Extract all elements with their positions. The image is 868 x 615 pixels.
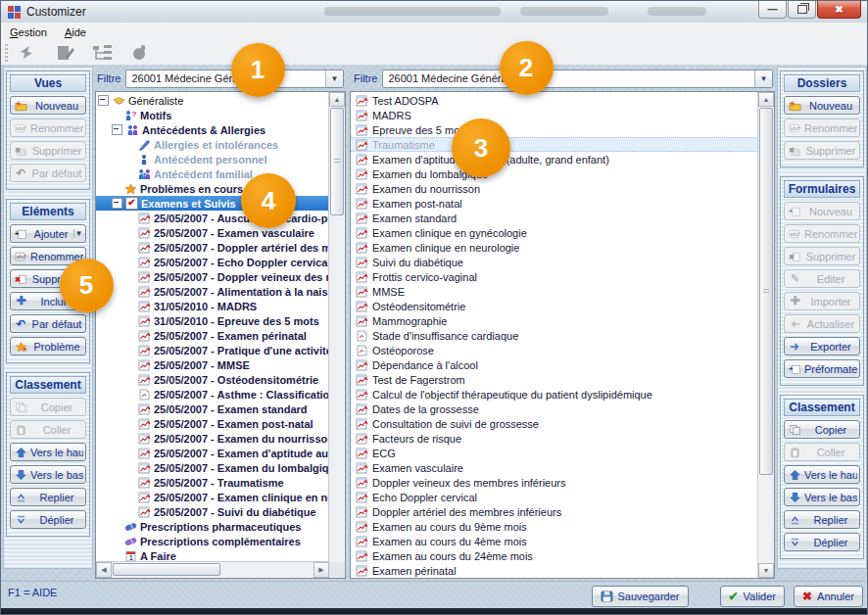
tree-item[interactable]: 25/05/2007 - Doppler veineux des mem	[96, 269, 329, 284]
tree-item[interactable]: Prescriptions complémentaires	[96, 534, 329, 548]
vers-le-bas-button[interactable]: Vers le bas	[10, 465, 86, 484]
list-item[interactable]: Examen du lombalgique	[351, 166, 758, 181]
list-item[interactable]: Calcul de l'objectif thérapeutique du pa…	[351, 387, 758, 402]
tree-item[interactable]: 25/05/2007 - Examen clinique en neurol	[96, 490, 329, 504]
tree-item[interactable]: 25/05/2007 - Examen périnatal	[96, 328, 329, 343]
expander-minus-icon[interactable]	[112, 124, 122, 135]
list-item[interactable]: Examen post-natal	[351, 196, 758, 211]
editer-button[interactable]: ✎Editer	[784, 269, 860, 288]
list-item[interactable]: Examen vasculaire	[351, 460, 758, 475]
renommer-button[interactable]: abcRenommer	[784, 224, 860, 243]
list-item[interactable]: Echo Doppler cervical	[351, 490, 758, 504]
undo-icon[interactable]	[14, 43, 43, 63]
menu-item-gestion[interactable]: Gestion	[1, 24, 56, 40]
nouveau-button[interactable]: ★Nouveau	[784, 96, 860, 115]
tree-item[interactable]: 25/05/2007 - Examen du nourrisson	[96, 431, 329, 446]
minimize-button[interactable]: —	[758, 1, 787, 19]
restore-button[interactable]	[788, 1, 816, 19]
valider-button[interactable]: ✔Valider	[720, 586, 786, 607]
par-d-faut-button[interactable]: ↶Par défaut	[10, 164, 86, 182]
list-item[interactable]: Dates de la grossesse	[351, 402, 758, 416]
list-item[interactable]: Examen clinique en neurologie	[351, 240, 758, 255]
vers-le-bas-button[interactable]: Vers le bas	[784, 488, 860, 506]
list-item[interactable]: Consultation de suivi de grossesse	[351, 416, 758, 431]
edit-page-icon[interactable]	[51, 43, 80, 63]
annuler-button[interactable]: ✖Annuler	[794, 586, 863, 607]
tree-item[interactable]: 31/05/2010 - MADRS	[96, 299, 329, 313]
tree-item[interactable]: 25/05/2007 - Examen d'aptitude au spo	[96, 446, 329, 460]
tree-horizontal-scrollbar[interactable]: ◀ ▶	[96, 561, 329, 578]
list-item[interactable]: Examen du nourrisson	[351, 181, 758, 196]
tree-item[interactable]: 31/05/2010 - Epreuve des 5 mots	[96, 313, 329, 328]
list-filter-combobox[interactable]: 26001 Médecine Générale ▼	[382, 70, 773, 88]
coller-button[interactable]: Coller	[10, 420, 86, 439]
tree-hscroll-thumb[interactable]	[113, 563, 220, 576]
hierarchy-icon[interactable]	[88, 43, 118, 63]
copier-button[interactable]: Copier	[784, 420, 860, 439]
renommer-button[interactable]: abcRenommer	[784, 118, 860, 137]
list-item[interactable]: Dépendance à l'alcool	[351, 357, 758, 372]
list-item[interactable]: Frottis cervico-vaginal	[351, 269, 758, 284]
chevron-down-icon[interactable]: ▼	[325, 71, 343, 87]
list-scroll-thumb[interactable]	[759, 108, 773, 475]
list-item[interactable]: Ostéodensitométrie	[351, 299, 758, 313]
list-item[interactable]: Examen d'aptitude au sport (adulte, gran…	[351, 152, 758, 166]
list-item[interactable]: Suivi du diabétique	[351, 255, 758, 269]
d-plier-button[interactable]: Déplier	[784, 533, 860, 551]
scroll-right-icon[interactable]: ▶	[313, 562, 329, 578]
tree-item[interactable]: ?Motifs	[96, 108, 329, 122]
nouveau-button[interactable]: ★Nouveau	[10, 96, 86, 115]
list-item[interactable]: ECG	[351, 446, 758, 460]
tree-item[interactable]: 25/05/2007 - Examen du lombalgique	[96, 460, 329, 475]
renommer-button[interactable]: abcRenommer	[10, 118, 86, 137]
list-item[interactable]: Examen périnatal	[351, 563, 758, 578]
list-item[interactable]: MMSE	[351, 284, 758, 299]
tree-item[interactable]: 25/05/2007 - Examen vasculaire	[96, 225, 329, 240]
list-item[interactable]: Facteurs de risque	[351, 431, 758, 446]
list-item[interactable]: Stade d'insuffisance cardiaque	[351, 328, 758, 343]
list-item[interactable]: Examen au cours du 24ème mois	[351, 548, 758, 563]
tree-item[interactable]: 25/05/2007 - Alimentation à la naissanc	[96, 284, 329, 299]
par-d-faut-button[interactable]: ↶Par défaut	[10, 314, 86, 333]
scroll-up-icon[interactable]: ▲	[329, 92, 345, 107]
tree-item[interactable]: 25/05/2007 - Echo Doppler cervical	[96, 255, 329, 269]
exporter-button[interactable]: Exporter	[784, 337, 860, 355]
tree-item[interactable]: 25/05/2007 - Asthme : Classification et …	[96, 387, 329, 402]
tree-item[interactable]: 25/05/2007 - Pratique d'une activité phy	[96, 343, 329, 357]
menu-item-aide[interactable]: Aide	[56, 24, 95, 40]
scroll-left-icon[interactable]: ◀	[96, 562, 112, 578]
stamp-icon[interactable]	[125, 43, 155, 63]
expander-minus-icon[interactable]	[112, 198, 122, 209]
probl-me-button[interactable]: Problème	[10, 337, 86, 355]
tree-item[interactable]: 25/05/2007 - MMSE	[96, 357, 329, 372]
vers-le-haut-button[interactable]: Vers le haut	[10, 443, 86, 461]
replier-button[interactable]: Replier	[784, 510, 860, 529]
tree-item[interactable]: Antécédent familial	[96, 166, 329, 181]
list-item[interactable]: Examen au cours du 4ème mois	[351, 534, 758, 548]
tree-item[interactable]: 25/05/2007 - Auscultation cardio-pulmon	[96, 211, 329, 225]
tree-vertical-scrollbar[interactable]: ▲ ▼	[328, 92, 345, 578]
list-item[interactable]: Ostéoporose	[351, 343, 758, 357]
list-item[interactable]: Epreuve des 5 mots	[351, 122, 758, 137]
list-item[interactable]: Doppler veineux des membres inférieurs	[351, 475, 758, 490]
list-item[interactable]: Examen au cours du 9ème mois	[351, 519, 758, 534]
tree-item[interactable]: Antécédent personnel	[96, 152, 329, 166]
tree-item[interactable]: 25/05/2007 - Suivi du diabétique	[96, 504, 329, 519]
nouveau-button[interactable]: +Nouveau	[784, 202, 860, 220]
expander-minus-icon[interactable]	[98, 95, 109, 106]
supprimer-button[interactable]: ✖Supprimer	[784, 141, 860, 160]
supprimer-button[interactable]: ✖Supprimer	[784, 247, 860, 265]
list-item[interactable]: Examen standard	[351, 211, 758, 225]
tree-item[interactable]: 25/05/2007 - Ostéodensitométrie	[96, 372, 329, 387]
replier-button[interactable]: Replier	[10, 488, 86, 506]
importer-button[interactable]: ✚Importer	[784, 292, 860, 310]
tree-scroll-thumb[interactable]	[330, 108, 344, 215]
d-plier-button[interactable]: Déplier	[10, 510, 86, 529]
scroll-up-icon[interactable]: ▲	[758, 92, 774, 107]
list-item[interactable]: Traumatisme	[351, 137, 758, 152]
list-vertical-scrollbar[interactable]: ▲ ▼	[757, 92, 774, 578]
tree-item[interactable]: Prescriptions pharmaceutiques	[96, 519, 329, 534]
vers-le-haut-button[interactable]: Vers le haut	[784, 465, 860, 484]
chevron-down-icon[interactable]: ▼	[73, 229, 83, 238]
sauvegarder-button[interactable]: Sauvegarder	[592, 586, 689, 607]
